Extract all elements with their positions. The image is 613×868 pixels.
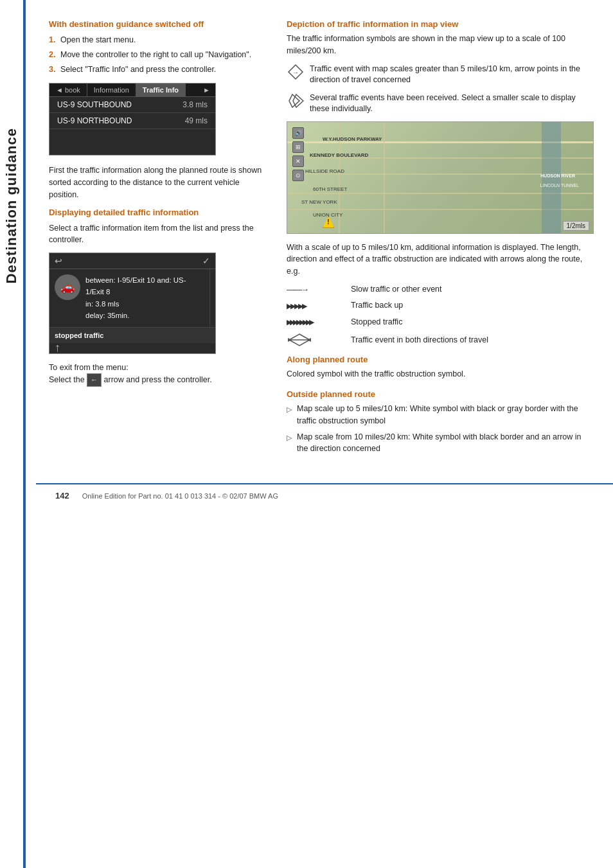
mockup-check-icon: ✓ — [202, 256, 210, 266]
detail-mockup-footer: stopped traffic — [49, 327, 215, 343]
right-section1-text: The traffic information symbols are show… — [287, 33, 594, 57]
outside-item-1: ▷ Map scale up to 5 miles/10 km: White s… — [287, 403, 594, 427]
outside-item-2: ▷ Map scale from 10 miles/20 km: White s… — [287, 431, 594, 456]
after-map-text: With a scale of up to 5 miles/10 km, add… — [287, 242, 594, 278]
mockup-back-arrow: ↩ — [55, 256, 62, 266]
slow-arrows-wrap: ——→ — [287, 285, 344, 294]
bullet-arrow-1: ▷ — [287, 404, 292, 427]
section1-heading: With destination guidance switched off — [49, 19, 267, 29]
map-inner: W.Y.HUDSON PARKWAY KENNEDY BOULEVARD HIL… — [287, 122, 593, 233]
backup-arrows-wrap: ▶▶▶▶▶ — [287, 302, 344, 310]
traffic-symbol-both: Traffic event in both directions of trav… — [287, 333, 594, 347]
map-alert-icon: ! — [323, 217, 334, 228]
traffic-symbol-stopped: ▶▶▶▶▶▶▶▶ Stopped traffic — [287, 317, 594, 328]
bullet-arrow-2: ▷ — [287, 432, 292, 456]
mockup-spacer — [49, 129, 215, 155]
right-column: Depiction of traffic information in map … — [287, 19, 594, 464]
map-icon-column: 🔊 ⊞ ✕ ⊙ — [292, 127, 304, 181]
outside-heading: Outside planned route — [287, 389, 594, 399]
both-text: Traffic event in both directions of trav… — [351, 335, 488, 346]
symbol1-icon-wrap: → — [287, 64, 305, 80]
symbol2-text: Several traffic events have been receive… — [310, 93, 594, 115]
along-route-section: Along planned route Colored symbol with … — [287, 355, 594, 380]
map-icon-4: ⊙ — [292, 170, 304, 181]
tab-information: Information — [87, 84, 136, 96]
map-label-parkway: W.Y.HUDSON PARKWAY — [323, 136, 382, 142]
step-1: 1. Open the start menu. — [49, 34, 267, 46]
outside-route-section: Outside planned route ▷ Map scale up to … — [287, 389, 594, 455]
symbol2-icon-wrap — [287, 93, 305, 109]
map-label-union: UNION CITY — [313, 212, 342, 218]
section2-heading: Displaying detailed traffic information — [49, 208, 267, 217]
exit-arrow-button: ← — [87, 373, 102, 387]
detail-mockup-body: 🚗 between: I-95/Exit 10 and: US-1/Exit 8… — [49, 269, 209, 327]
mockup-header: ◄ book Information Traffic Info ► — [49, 84, 215, 97]
svg-text:→: → — [292, 69, 299, 76]
map-icon-3: ✕ — [292, 155, 304, 167]
stopped-arrows-icon: ▶▶▶▶▶▶▶▶ — [287, 318, 312, 326]
map-label-tunnel: LINCOLN TUNNEL — [540, 183, 579, 188]
detail-mockup-sidebar — [209, 269, 215, 327]
page-number: 142 — [55, 491, 69, 500]
map-icon-1: 🔊 — [292, 127, 304, 139]
detail-mockup-bottom-arrow: ↑ — [49, 343, 215, 353]
detail-traffic-mockup: ↩ ✓ 🚗 between: I-95/Exit 10 and: US-1/Ex… — [49, 252, 216, 354]
section2-intro: Select a traffic information item from t… — [49, 222, 267, 247]
traffic-event-icon: 🚗 — [55, 274, 80, 300]
backup-arrows-icon: ▶▶▶▶▶ — [287, 302, 306, 310]
exit-text: To exit from the menu: Select the ← arro… — [49, 362, 267, 387]
map-label-kennedy: KENNEDY BOULEVARD — [310, 152, 368, 158]
both-icon-wrap — [287, 333, 344, 347]
footer-copyright: Online Edition for Part no. 01 41 0 013 … — [82, 492, 278, 500]
blue-bar — [23, 0, 26, 868]
stopped-text: Stopped traffic — [351, 317, 402, 328]
tab-trafficinfo: Traffic Info — [136, 84, 186, 96]
map-scale-label: 1/2mls — [563, 221, 589, 231]
slow-arrows-icon: ——→ — [287, 285, 308, 294]
traffic-symbols-legend: ——→ Slow traffic or other event ▶▶▶▶▶ Tr… — [287, 284, 594, 348]
map-label-stny: ST NEW YORK — [301, 199, 337, 205]
map-icon-2: ⊞ — [292, 141, 304, 153]
route-row-1: US-9 SOUTHBOUND 3.8 mls — [49, 97, 215, 113]
double-diamond-icon — [287, 93, 304, 109]
diamond-arrow-icon: → — [287, 64, 304, 80]
step-2: 2. Move the controller to the right to c… — [49, 49, 267, 61]
after-ui-text: First the traffic information along the … — [49, 164, 267, 200]
main-content: With destination guidance switched off 1… — [36, 0, 613, 483]
down-arrow-icon: ↑ — [55, 341, 60, 355]
sidebar-label: Destination guidance — [0, 77, 23, 334]
right-section1-heading: Depiction of traffic information in map … — [287, 19, 594, 29]
play-button: ► — [198, 84, 215, 96]
left-column: With destination guidance switched off 1… — [49, 19, 267, 464]
tab-book: ◄ book — [49, 84, 87, 96]
along-heading: Along planned route — [287, 355, 594, 364]
detail-mockup-text: between: I-95/Exit 10 and: US-1/Exit 8 i… — [85, 274, 204, 322]
outside-list: ▷ Map scale up to 5 miles/10 km: White s… — [287, 403, 594, 455]
backup-text: Traffic back up — [351, 300, 403, 312]
steps-list: 1. Open the start menu. 2. Move the cont… — [49, 34, 267, 75]
symbol-row-1: → Traffic event with map scales greater … — [287, 64, 594, 86]
map-mockup: W.Y.HUDSON PARKWAY KENNEDY BOULEVARD HIL… — [287, 121, 594, 234]
symbol-row-2: Several traffic events have been receive… — [287, 93, 594, 115]
along-text: Colored symbol with the traffic obstruct… — [287, 368, 594, 380]
footer: 142 Online Edition for Part no. 01 41 0 … — [36, 483, 613, 507]
symbol1-text: Traffic event with map scales greater th… — [310, 64, 594, 86]
map-road-v2 — [384, 122, 385, 233]
map-label-60th: 60TH STREET — [313, 186, 347, 192]
map-label-hudson: HUDSON RIVER — [540, 173, 575, 178]
traffic-symbol-backup: ▶▶▶▶▶ Traffic back up — [287, 300, 594, 312]
map-label-hillside: HILLSIDE ROAD — [305, 168, 344, 174]
route-row-2: US-9 NORTHBOUND 49 mls — [49, 113, 215, 129]
traffic-symbol-slow: ——→ Slow traffic or other event — [287, 284, 594, 296]
traffic-info-mockup: ◄ book Information Traffic Info ► US-9 S… — [49, 83, 216, 155]
bidirectional-icon — [287, 333, 312, 347]
stopped-arrows-wrap: ▶▶▶▶▶▶▶▶ — [287, 318, 344, 326]
step-3: 3. Select "Traffic Info" and press the c… — [49, 64, 267, 76]
detail-mockup-top: ↩ ✓ — [49, 253, 215, 269]
slow-text: Slow traffic or other event — [351, 284, 442, 296]
detail-mockup-main: 🚗 between: I-95/Exit 10 and: US-1/Exit 8… — [49, 269, 215, 327]
